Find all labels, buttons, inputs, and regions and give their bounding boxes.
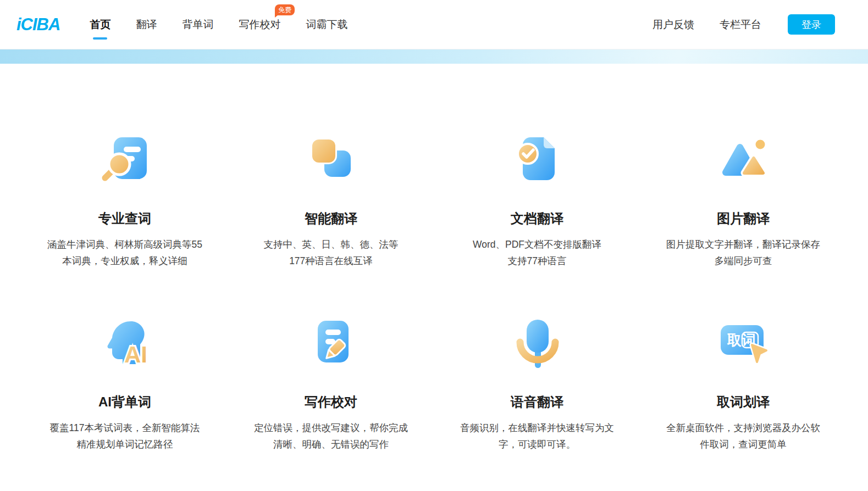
feature-card-image-translate[interactable]: 图片翻译 图片提取文字并翻译，翻译记录保存 多端同步可查 bbox=[640, 133, 847, 269]
feature-card-voice-translate[interactable]: 语音翻译 音频识别，在线翻译并快速转写为文 字，可读即可译。 bbox=[434, 316, 640, 453]
feature-description: 图片提取文字并翻译，翻译记录保存 多端同步可查 bbox=[666, 236, 820, 269]
nav-item-translate[interactable]: 翻译 bbox=[136, 0, 157, 49]
header-right: 用户反馈 专栏平台 登录 bbox=[627, 14, 835, 35]
feature-title: 专业查词 bbox=[98, 210, 151, 227]
feature-title: 语音翻译 bbox=[511, 393, 563, 411]
column-platform-link[interactable]: 专栏平台 bbox=[720, 18, 761, 32]
feature-title: 智能翻译 bbox=[305, 210, 357, 227]
nav-item-proofread-label: 写作校对 bbox=[239, 18, 280, 32]
feature-description: 支持中、英、日、韩、德、法等 177种语言在线互译 bbox=[264, 236, 399, 269]
image-translate-icon bbox=[717, 133, 770, 186]
feature-title: 取词划译 bbox=[717, 393, 770, 411]
login-button[interactable]: 登录 bbox=[788, 14, 835, 35]
feature-description: 涵盖牛津词典、柯林斯高级词典等55 本词典，专业权威，释义详细 bbox=[47, 236, 202, 269]
nav-item-home-label: 首页 bbox=[90, 18, 110, 32]
dictionary-search-icon bbox=[98, 133, 151, 186]
active-underline bbox=[93, 37, 107, 40]
feature-card-writing-proofread[interactable]: 写作校对 定位错误，提供改写建议，帮你完成 清晰、明确、无错误的写作 bbox=[228, 316, 434, 453]
ai-letters: AI bbox=[124, 342, 147, 367]
smart-translate-icon bbox=[305, 133, 357, 186]
nav-item-home[interactable]: 首页 bbox=[90, 0, 110, 49]
feature-card-ai-vocabulary[interactable]: AI AI背单词 覆盖117本考试词表，全新智能算法 精准规划单词记忆路径 bbox=[22, 316, 228, 453]
feature-description: 全新桌面软件，支持浏览器及办公软 件取词，查词更简单 bbox=[666, 420, 820, 453]
ai-vocabulary-icon: AI bbox=[98, 316, 151, 369]
feature-title: AI背单词 bbox=[98, 393, 151, 411]
feature-card-word-capture[interactable]: 取词 取词划译 全新桌面软件，支持浏览器及办公软 件取词，查词更简单 bbox=[640, 316, 847, 453]
feature-title: 图片翻译 bbox=[717, 210, 770, 227]
banner-strip bbox=[0, 49, 868, 64]
main-nav: 首页 翻译 背单词 写作校对 免费 词霸下载 bbox=[90, 0, 373, 49]
feature-description: 覆盖117本考试词表，全新智能算法 精准规划单词记忆路径 bbox=[50, 420, 200, 453]
feature-description: 定位错误，提供改写建议，帮你完成 清晰、明确、无错误的写作 bbox=[254, 420, 408, 453]
feature-description: 音频识别，在线翻译并快速转写为文 字，可读即可译。 bbox=[460, 420, 614, 453]
feature-grid: 专业查词 涵盖牛津词典、柯林斯高级词典等55 本词典，专业权威，释义详细 智能翻… bbox=[22, 64, 847, 453]
iciba-logo[interactable]: iCIBA bbox=[16, 15, 60, 35]
document-translate-icon bbox=[511, 133, 563, 186]
feature-card-smart-translate[interactable]: 智能翻译 支持中、英、日、韩、德、法等 177种语言在线互译 bbox=[228, 133, 434, 269]
feature-card-document-translate[interactable]: 文档翻译 Word、PDF文档不变排版翻译 支持77种语言 bbox=[434, 133, 640, 269]
nav-item-vocabulary-label: 背单词 bbox=[182, 18, 213, 32]
feature-description: Word、PDF文档不变排版翻译 支持77种语言 bbox=[473, 236, 601, 269]
free-badge: 免费 bbox=[275, 4, 295, 15]
word-capture-icon: 取词 bbox=[717, 316, 770, 369]
nav-item-proofread[interactable]: 写作校对 免费 bbox=[239, 0, 280, 49]
nav-item-download[interactable]: 词霸下载 bbox=[306, 0, 347, 49]
feature-title: 写作校对 bbox=[305, 393, 357, 411]
feature-title: 文档翻译 bbox=[511, 210, 563, 227]
nav-item-vocabulary[interactable]: 背单词 bbox=[182, 0, 213, 49]
nav-item-download-label: 词霸下载 bbox=[306, 18, 347, 32]
feature-card-dictionary-search[interactable]: 专业查词 涵盖牛津词典、柯林斯高级词典等55 本词典，专业权威，释义详细 bbox=[22, 133, 228, 269]
writing-proofread-icon bbox=[305, 316, 357, 369]
voice-translate-icon bbox=[511, 316, 563, 369]
top-navigation-bar: iCIBA 首页 翻译 背单词 写作校对 免费 词霸下载 用户反馈 专栏平台 登… bbox=[0, 0, 868, 49]
nav-item-translate-label: 翻译 bbox=[136, 18, 157, 32]
user-feedback-link[interactable]: 用户反馈 bbox=[653, 18, 694, 32]
